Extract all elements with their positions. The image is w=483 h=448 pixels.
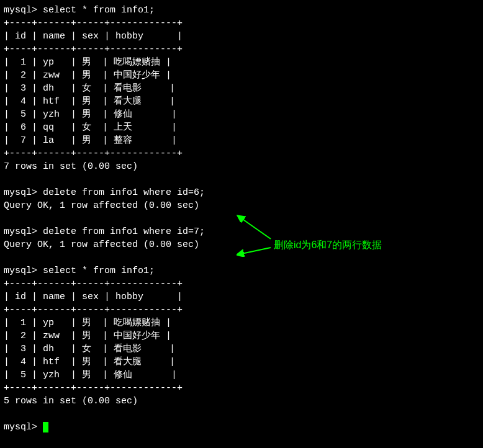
- sql-command: select * from info1;: [43, 5, 155, 16]
- annotation-label: 删除id为6和7的两行数据: [274, 238, 382, 252]
- result-footer: 7 rows in set (0.00 sec): [4, 160, 479, 173]
- table-header: | id | name | sex | hobby |: [4, 290, 479, 303]
- blank-line: [4, 408, 479, 421]
- table-row: | 1 | yp | 男 | 吃喝嫖赌抽 |: [4, 316, 479, 329]
- table-row: | 7 | la | 男 | 整容 |: [4, 134, 479, 147]
- table-row: | 5 | yzh | 男 | 修仙 |: [4, 108, 479, 121]
- table-row: | 6 | qq | 女 | 上天 |: [4, 121, 479, 134]
- table-border: +----+------+-----+------------+: [4, 382, 479, 395]
- arrow-icon-1: [237, 211, 274, 242]
- mysql-prompt: mysql>: [4, 266, 43, 276]
- query1-line: mysql> select * from info1;: [4, 4, 479, 17]
- table-row: | 1 | yp | 男 | 吃喝嫖赌抽 |: [4, 56, 479, 69]
- table-row: | 4 | htf | 男 | 看大腿 |: [4, 95, 479, 108]
- sql-command: delete from info1 where id=7;: [43, 226, 205, 237]
- svg-line-1: [242, 218, 271, 239]
- table-row: | 2 | zww | 男 | 中国好少年 |: [4, 329, 479, 343]
- mysql-prompt: mysql>: [4, 422, 43, 432]
- svg-line-3: [242, 248, 271, 254]
- query2-line: mysql> select * from info1;: [4, 264, 479, 277]
- mysql-prompt: mysql>: [4, 187, 43, 198]
- sql-command: delete from info1 where id=6;: [43, 187, 205, 198]
- result-footer: 5 rows in set (0.00 sec): [4, 395, 479, 408]
- table-header: | id | name | sex | hobby |: [4, 30, 479, 43]
- table-border: +----+------+-----+------------+: [4, 303, 479, 316]
- delete1-line: mysql> delete from info1 where id=6;: [4, 186, 479, 199]
- arrow-icon-2: [237, 244, 274, 257]
- table-border: +----+------+-----+------------+: [4, 147, 479, 160]
- delete1-result: Query OK, 1 row affected (0.00 sec): [4, 199, 479, 212]
- table-row: | 5 | yzh | 男 | 修仙 |: [4, 369, 479, 382]
- table-border: +----+------+-----+------------+: [4, 277, 479, 290]
- table-row: | 3 | dh | 女 | 看电影 |: [4, 343, 479, 356]
- blank-line: [4, 173, 479, 186]
- cursor-icon: [43, 422, 48, 432]
- final-prompt-line[interactable]: mysql>: [4, 421, 479, 434]
- mysql-prompt: mysql>: [4, 5, 43, 16]
- sql-command: select * from info1;: [43, 266, 155, 276]
- table-row: | 2 | zww | 男 | 中国好少年 |: [4, 69, 479, 82]
- terminal-window: mysql> select * from info1; +----+------…: [4, 4, 479, 434]
- table-row: | 4 | htf | 男 | 看大腿 |: [4, 356, 479, 369]
- table-border: +----+------+-----+------------+: [4, 17, 479, 30]
- table-row: | 3 | dh | 女 | 看电影 |: [4, 82, 479, 95]
- table-border: +----+------+-----+------------+: [4, 43, 479, 56]
- mysql-prompt: mysql>: [4, 226, 43, 237]
